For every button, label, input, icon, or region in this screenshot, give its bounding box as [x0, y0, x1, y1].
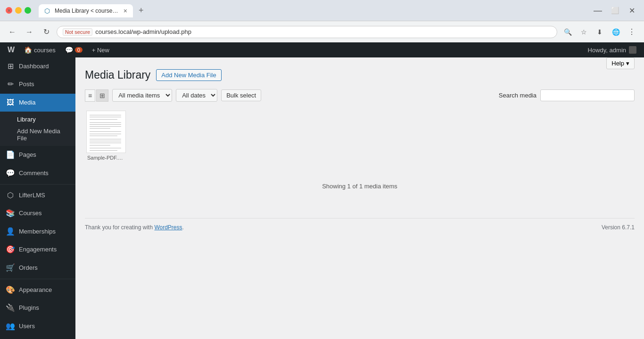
browser-nav: ← → ↻ Not secure courses.local/wp-admin/…: [0, 21, 644, 42]
page-header: Media Library Add New Media File: [85, 69, 635, 81]
content-area: Help ▾ Media Library Add New Media File …: [75, 57, 644, 339]
forward-btn[interactable]: →: [23, 25, 36, 39]
site-name-label: courses: [34, 47, 56, 54]
browser-tab[interactable]: ⬡ Media Library < courses — Wor... ×: [39, 4, 133, 17]
sidebar-item-label: Users: [19, 322, 35, 331]
browser-minimize-btn[interactable]: [15, 7, 22, 14]
search-media-label: Search media: [499, 92, 537, 99]
sidebar-item-label: LifterLMS: [19, 191, 45, 200]
maximize-window-btn[interactable]: ⬜: [608, 4, 621, 17]
sidebar-item-posts[interactable]: ✏ Posts: [0, 75, 75, 93]
add-new-media-btn[interactable]: Add New Media File: [156, 69, 221, 81]
search-btn[interactable]: 🔍: [561, 25, 574, 39]
wp-logo-icon: W: [8, 46, 15, 54]
sidebar-item-media[interactable]: 🖼 Media: [0, 94, 75, 112]
sidebar-item-label: Orders: [19, 264, 38, 272]
sidebar-item-label: Courses: [19, 209, 41, 218]
media-submenu: Library Add New Media File: [0, 112, 75, 146]
sidebar-item-dashboard[interactable]: ⊞ Dashboard: [0, 57, 75, 75]
showing-status: Showing 1 of 1 media items: [85, 173, 635, 199]
pdf-thumbnail: [86, 111, 126, 153]
media-grid: Sample-PDF.pdf: [85, 109, 635, 164]
sidebar-item-label: Memberships: [19, 227, 56, 236]
menu-btn[interactable]: ⋮: [625, 25, 638, 39]
page-footer: Thank you for creating with WordPress. V…: [85, 218, 635, 231]
media-filename: Sample-PDF.pdf: [86, 153, 126, 162]
tab-close-btn[interactable]: ×: [124, 7, 127, 15]
download-btn[interactable]: ⬇: [593, 25, 606, 39]
back-btn[interactable]: ←: [6, 25, 19, 39]
admin-avatar[interactable]: [629, 46, 636, 54]
sidebar-item-orders[interactable]: 🛒 Orders: [0, 259, 75, 277]
view-toggle: ≡ ⊞: [85, 89, 108, 102]
help-label: Help: [611, 60, 624, 67]
site-name-item[interactable]: 🏠 courses: [20, 42, 59, 57]
posts-icon: ✏: [6, 79, 15, 89]
address-bar[interactable]: Not secure courses.local/wp-admin/upload…: [57, 26, 557, 38]
grid-view-btn[interactable]: ⊞: [96, 89, 108, 102]
new-content-item[interactable]: + New: [88, 42, 113, 57]
extensions-btn[interactable]: 🌐: [609, 25, 622, 39]
reload-btn[interactable]: ↻: [40, 25, 53, 39]
howdy-section: Howdy, admin: [584, 46, 640, 54]
comments-sidebar-icon: 💬: [6, 168, 15, 178]
engagements-icon: 🎯: [6, 244, 15, 255]
list-view-btn[interactable]: ≡: [85, 89, 95, 102]
close-window-btn[interactable]: ✕: [625, 4, 638, 17]
howdy-text: Howdy, admin: [588, 47, 626, 54]
comments-item[interactable]: 💬 0: [61, 42, 86, 57]
sidebar-item-courses[interactable]: 📚 Courses: [0, 204, 75, 222]
sidebar-item-engagements[interactable]: 🎯 Engagements: [0, 241, 75, 258]
bookmark-btn[interactable]: ☆: [577, 25, 590, 39]
date-filter[interactable]: All dates: [176, 89, 217, 102]
sidebar-item-label: Media: [19, 98, 35, 107]
orders-icon: 🛒: [6, 263, 15, 273]
media-icon: 🖼: [6, 97, 15, 108]
users-icon: 👥: [6, 321, 15, 331]
help-arrow-icon: ▾: [626, 60, 629, 67]
help-button[interactable]: Help ▾: [606, 57, 635, 69]
footer-text: Thank you for creating with WordPress.: [85, 224, 184, 231]
sidebar-item-label: Dashboard: [19, 62, 49, 71]
footer-thank-you: Thank you for creating with: [85, 224, 154, 231]
nav-actions: 🔍 ☆ ⬇ 🌐 ⋮: [561, 25, 638, 39]
media-item-pdf[interactable]: Sample-PDF.pdf: [85, 109, 127, 164]
sidebar-item-memberships[interactable]: 👤 Memberships: [0, 223, 75, 241]
sidebar-item-label: Pages: [19, 151, 36, 159]
minimize-window-btn[interactable]: —: [591, 4, 604, 17]
sidebar-item-comments[interactable]: 💬 Comments: [0, 164, 75, 182]
tab-favicon: ⬡: [44, 7, 52, 15]
new-tab-btn[interactable]: +: [135, 4, 148, 17]
tab-title: Media Library < courses — Wor...: [55, 8, 121, 14]
browser-maximize-btn[interactable]: [25, 7, 31, 14]
pdf-preview: [87, 111, 125, 153]
page-title: Media Library: [85, 69, 150, 81]
comments-icon: 💬: [65, 46, 73, 54]
sidebar-item-lifterlms[interactable]: ⬡ LifterLMS: [0, 186, 75, 204]
sidebar-sub-library[interactable]: Library: [0, 113, 75, 125]
sidebar-item-label: Posts: [19, 80, 34, 89]
sidebar-item-tools[interactable]: 🔧 Tools: [0, 335, 75, 339]
bulk-select-btn[interactable]: Bulk select: [221, 89, 261, 101]
not-secure-label: Not secure: [63, 28, 92, 36]
sidebar-item-label: Comments: [19, 169, 49, 178]
sidebar-divider-2: [0, 279, 75, 279]
search-media-input[interactable]: [540, 89, 635, 101]
sidebar-item-plugins[interactable]: 🔌 Plugins: [0, 299, 75, 317]
wp-logo-item[interactable]: W: [4, 42, 18, 57]
wordpress-link[interactable]: WordPress: [154, 224, 182, 231]
comments-badge: 0: [75, 47, 83, 53]
browser-close-btn[interactable]: ✕: [6, 7, 12, 14]
sidebar-item-pages[interactable]: 📄 Pages: [0, 146, 75, 164]
media-type-filter[interactable]: All media items: [112, 89, 172, 102]
plugins-icon: 🔌: [6, 303, 15, 313]
sidebar-item-users[interactable]: 👥 Users: [0, 317, 75, 335]
dashboard-icon: ⊞: [6, 61, 15, 72]
wp-admin-bar: W 🏠 courses 💬 0 + New Howdy, admin: [0, 42, 644, 57]
sidebar-item-appearance[interactable]: 🎨 Appearance: [0, 281, 75, 299]
sidebar-sub-add-new[interactable]: Add New Media File: [0, 125, 75, 144]
media-toolbar: ≡ ⊞ All media items All dates Bulk selec…: [85, 89, 635, 102]
courses-icon: 📚: [6, 208, 15, 218]
browser-chrome: ✕ ⬡ Media Library < courses — Wor... × +…: [0, 0, 644, 42]
url-text: courses.local/wp-admin/upload.php: [95, 28, 191, 35]
